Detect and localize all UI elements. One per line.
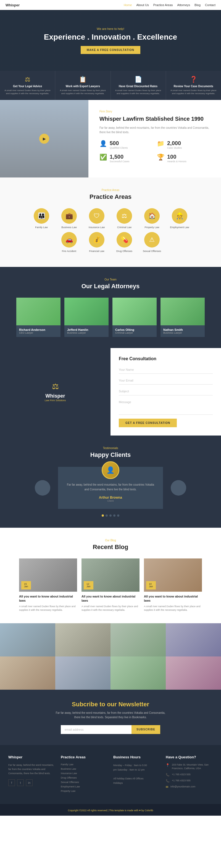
blog-img-3: 10 Jan [144, 558, 202, 592]
consult-submit-button[interactable]: GET A FREE CONSULTATION [119, 418, 177, 427]
discounted-rates-icon: 📄 [114, 76, 162, 83]
blog-card-2[interactable]: 12 Jan All you want to know about indust… [81, 558, 140, 612]
hero-section: We are here to help! Experience . Innova… [0, 10, 221, 71]
gallery-item-8[interactable] [166, 656, 221, 690]
footer-link-business[interactable]: Business Law [61, 768, 108, 770]
consult-left: ⚖ Whisper Law Firm Solutions [0, 348, 110, 436]
consult-name-input[interactable] [119, 366, 213, 374]
footer-link-sexual[interactable]: Sexual Offenses [61, 781, 108, 783]
practice-criminal-law[interactable]: ⚖ Criminal Law [113, 208, 135, 229]
attorney-role-4: Business Lawyer [163, 332, 202, 334]
attorney-card-4[interactable]: Nathan Smith Business Lawyer [160, 298, 205, 337]
testi-prev[interactable] [32, 480, 53, 496]
newsletter-email-input[interactable] [61, 725, 132, 734]
social-facebook-icon[interactable]: f [8, 779, 15, 786]
gallery-item-4[interactable] [166, 623, 221, 656]
gallery-item-7[interactable] [110, 656, 166, 690]
practice-employment-law[interactable]: 👷 Employment Law [169, 208, 191, 229]
stat-clients: 👤 500 Qualified Clients [100, 140, 152, 149]
practice-business-law[interactable]: 💼 Business Law [58, 208, 80, 229]
consult-message-input[interactable] [119, 398, 213, 415]
practice-insurance-law[interactable]: 🛡 Insurance Law [86, 208, 108, 229]
features-bar: ⚖ Get Your Legal Advice A small river na… [0, 71, 221, 100]
about-content: Firm Story Whisper Lawfirm Stablished Si… [88, 100, 221, 178]
play-button[interactable]: ▶ [39, 134, 49, 144]
testi-dots [8, 515, 213, 517]
nav-link-contact[interactable]: Contact [205, 3, 216, 7]
practice-sexual-offenses[interactable]: ⚠ Sexual Offenses [141, 232, 163, 253]
map-pin-icon: 📍 [166, 763, 170, 767]
nav-link-about[interactable]: About Us [136, 3, 149, 7]
blog-month-3: Jan [149, 585, 153, 588]
attorney-card-2[interactable]: Jefferd Hamlin Business Lawyer [64, 298, 109, 337]
sexual-offenses-icon: ⚠ [144, 232, 160, 248]
expert-lawyers-icon: 📋 [59, 76, 107, 83]
practice-fire-accident[interactable]: 🚗 Fire Accident [58, 232, 80, 253]
footer-link-property[interactable]: Property Law [61, 789, 108, 793]
testi-dot-4[interactable] [113, 515, 115, 517]
practice-property-law[interactable]: 🏠 Property Law [141, 208, 163, 229]
feature-item-3: 📄 Have Great Discounted Rates A small ri… [111, 71, 166, 100]
practice-family-law[interactable]: 👨‍👩‍👧 Family Law [30, 208, 52, 229]
footer-hours-title: Business Hours [113, 755, 160, 759]
nav-link-home[interactable]: Home [124, 3, 132, 7]
feature-item-2: 📋 Work with Expert Lawyers A small river… [55, 71, 110, 100]
footer-practice-title: Practice Areas [61, 755, 108, 759]
blog-month-1: Jan [24, 585, 28, 588]
gallery-item-3[interactable] [110, 623, 166, 656]
gallery-item-5[interactable] [0, 656, 55, 690]
newsletter-subscribe-button[interactable]: Subscribe [132, 725, 160, 734]
attorney-photo-1 [16, 298, 61, 325]
footer-link-employment[interactable]: Employment Law [61, 785, 108, 788]
practice-financial-law[interactable]: 💰 Financial Law [86, 232, 108, 253]
blog-title-1: All you want to know about industrial la… [19, 594, 77, 603]
gallery-item-2[interactable] [55, 623, 110, 656]
attorney-card-3[interactable]: Carlos Olting Criminal Lawyer [112, 298, 157, 337]
social-linkedin-icon[interactable]: in [26, 779, 33, 786]
blog-card-3[interactable]: 10 Jan All you want to know about indust… [144, 558, 202, 612]
newsletter-section: Subcribe to our Newsletter Far far away,… [0, 690, 221, 745]
gallery-section [0, 623, 221, 690]
practice-drug-offenses[interactable]: 💊 Drug Offenses [113, 232, 135, 253]
consult-logo-icon: ⚖ [52, 382, 59, 391]
consult-subject-input[interactable] [119, 388, 213, 395]
review-documents-icon: ❓ [169, 76, 218, 83]
testi-next-avatar [171, 480, 186, 496]
hero-title: Experience . Innovation . Excellence [44, 33, 177, 41]
testi-prev-avatar [35, 480, 50, 496]
footer-link-family[interactable]: Family Law [61, 763, 108, 766]
testi-dot-5[interactable] [117, 515, 119, 517]
stats-grid: 👤 500 Qualified Clients 📁 2,000 Case Stu… [100, 140, 210, 163]
nav-link-practice[interactable]: Practice Areas [153, 3, 173, 7]
consult-email-input[interactable] [119, 376, 213, 384]
testi-next[interactable] [168, 480, 189, 496]
blog-grid: 15 Jan All you want to know about indust… [8, 558, 213, 612]
attorney-role-2: Business Lawyer [67, 332, 106, 334]
testi-dot-2[interactable] [106, 515, 108, 517]
phone-icon-2: 📞 [166, 779, 170, 783]
about-desc: Far far away, behind the word mountains,… [100, 126, 210, 134]
stat-clients-label: Qualified Clients [110, 147, 128, 149]
nav-logo: Whisper [5, 3, 20, 7]
nav-link-blog[interactable]: Blog [194, 3, 200, 7]
nav-link-attorneys[interactable]: Attorneys [177, 3, 190, 7]
hero-cta-button[interactable]: MAKE A FREE CONSULTATION [81, 46, 140, 54]
blog-card-1[interactable]: 15 Jan All you want to know about indust… [19, 558, 77, 612]
attorneys-section: Our Team Our Legal Attorneys Richard And… [0, 267, 221, 348]
testi-dot-3[interactable] [109, 515, 112, 517]
gallery-item-1[interactable] [0, 623, 55, 656]
gallery-item-6[interactable] [55, 656, 110, 690]
feature-item-1: ⚖ Get Your Legal Advice A small river na… [0, 71, 55, 100]
testi-text: Far far away, behind the word mountains,… [65, 482, 156, 492]
legal-advice-icon: ⚖ [3, 76, 52, 83]
consultation-section: ⚖ Whisper Law Firm Solutions Free Consul… [0, 348, 221, 436]
attorney-card-1[interactable]: Richard Anderson CEO Lawyer [16, 298, 61, 337]
social-twitter-icon[interactable]: t [17, 779, 24, 786]
footer-link-insurance[interactable]: Insurance Law [61, 772, 108, 775]
footer-about-title: Whisper [8, 755, 55, 759]
footer-bottom: Copyright ©2022 All rights reserved | Th… [0, 804, 221, 816]
footer-link-drug[interactable]: Drug Offenses [61, 776, 108, 779]
consult-brand: Whisper [45, 393, 65, 399]
footer-email: info@yourdomain.com [171, 785, 195, 789]
testi-dot-1[interactable] [102, 515, 104, 517]
